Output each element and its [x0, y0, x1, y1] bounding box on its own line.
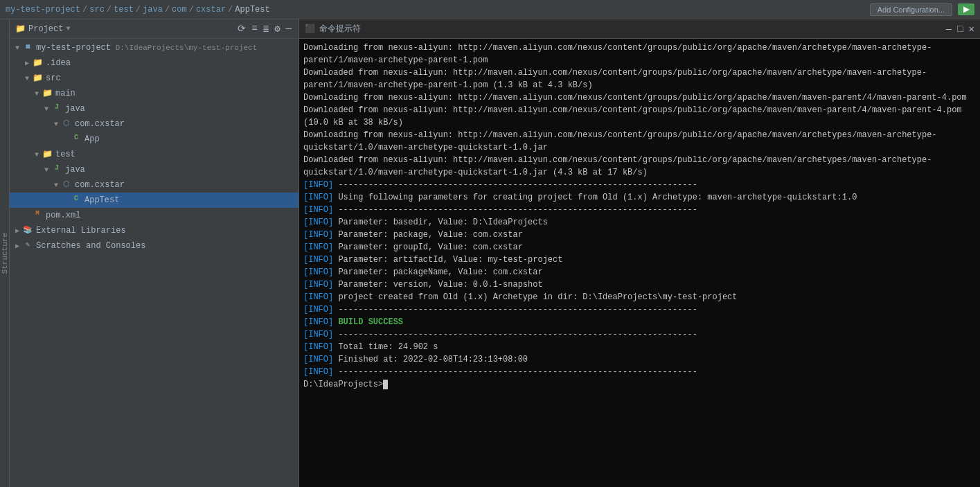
terminal-line: [INFO] Parameter: groupId, Value: com.cx…: [303, 241, 976, 254]
main-content: Structure 📁 Project ▼ ⟳ ≡ ≣ ⚙ — ▼ ■: [0, 19, 980, 487]
scratch-icon: ✎: [22, 240, 33, 251]
breadcrumb-java[interactable]: java: [143, 5, 163, 15]
folder-test-icon: 📁: [42, 149, 53, 160]
terminal-line: [INFO] Parameter: packageName, Value: co…: [303, 266, 976, 278]
terminal-line: [INFO] Parameter: artifactId, Value: my-…: [303, 254, 976, 266]
terminal-line: [INFO] ---------------------------------…: [303, 303, 976, 316]
sidebar-actions: ⟳ ≡ ≣ ⚙ —: [236, 23, 293, 35]
java-icon: J: [51, 164, 62, 175]
terminal-line: Downloading from nexus-aliyun: http://ma…: [303, 42, 976, 67]
tree-item-package-main[interactable]: ▼ ⬡ com.cxstar: [10, 116, 299, 132]
tree-item-main[interactable]: ▼ 📁 main: [10, 86, 299, 101]
structure-sidebar[interactable]: Structure: [0, 19, 10, 487]
terminal-titlebar: ⬛ 命令提示符 — □ ✕: [299, 19, 980, 39]
chevron-down-icon[interactable]: ▼: [66, 25, 70, 33]
terminal-line-build-success: [INFO] BUILD SUCCESS: [303, 316, 976, 328]
tree-item-apptest[interactable]: ▶ C AppTest: [10, 193, 299, 208]
package-icon: ⬡: [61, 118, 72, 130]
tree-item-test[interactable]: ▼ 📁 test: [10, 147, 299, 162]
tree-item-app[interactable]: ▶ C App: [10, 132, 299, 147]
terminal-line: [INFO] Parameter: package, Value: com.cx…: [303, 229, 976, 241]
sidebar-folder-icon: 📁: [15, 24, 26, 34]
folder-icon: 📁: [32, 57, 43, 69]
xml-icon: M: [32, 210, 43, 221]
info-prefix: [INFO]: [303, 367, 333, 377]
tree-item-external-libraries[interactable]: ▶ 📚 External Libraries: [10, 223, 299, 238]
info-prefix: [INFO]: [303, 193, 333, 202]
arrow-icon: ▼: [12, 44, 22, 52]
terminal-window-buttons: — □ ✕: [946, 23, 974, 35]
breadcrumb-apptest[interactable]: AppTest: [235, 5, 269, 15]
info-prefix: [INFO]: [303, 305, 333, 315]
tree-item-idea[interactable]: ▶ 📁 .idea: [10, 55, 299, 71]
info-prefix: [INFO]: [303, 180, 333, 190]
terminal-prompt: D:\IdeaProjects>: [303, 378, 976, 391]
sidebar-title: 📁 Project ▼: [15, 24, 70, 34]
tree-item-root[interactable]: ▼ ■ my-test-project D:\IdeaProjects\my-t…: [10, 40, 299, 55]
minimize-icon[interactable]: —: [285, 23, 293, 35]
terminal-line: [INFO] ---------------------------------…: [303, 179, 976, 191]
breadcrumb-project[interactable]: my-test-project: [6, 5, 80, 15]
info-prefix: [INFO]: [303, 317, 333, 327]
settings-icon[interactable]: ⚙: [273, 23, 281, 35]
sidebar-title-label: Project: [28, 24, 63, 34]
arrow-icon: ▶: [22, 59, 32, 67]
terminal-line: Downloaded from nexus-aliyun: http://mav…: [303, 67, 976, 91]
arrow-icon: ▼: [51, 121, 61, 128]
arrow-icon: ▼: [42, 166, 51, 174]
terminal-title: ⬛ 命令提示符: [305, 23, 361, 35]
project-icon: ■: [22, 42, 33, 53]
structure-tab-label[interactable]: Structure: [1, 233, 9, 274]
terminal-icon: ⬛: [305, 24, 315, 34]
terminal-line: [INFO] ---------------------------------…: [303, 366, 976, 378]
arrow-icon: ▶: [12, 227, 22, 235]
class-test-icon: C: [71, 195, 82, 206]
info-prefix: [INFO]: [303, 342, 333, 352]
tree-item-java-test[interactable]: ▼ J java: [10, 162, 299, 177]
terminal-line: Downloading from nexus-aliyun: http://ma…: [303, 91, 976, 104]
class-icon: C: [71, 134, 82, 145]
breadcrumb-cxstar[interactable]: cxstar: [196, 5, 226, 15]
top-bar-actions: Add Configuration... ▶: [870, 3, 974, 16]
tree-item-package-test[interactable]: ▼ ⬡ com.cxstar: [10, 177, 299, 193]
top-bar: my-test-project / src / test / java / co…: [0, 0, 980, 19]
breadcrumb-test[interactable]: test: [114, 5, 134, 15]
terminal-panel: ⬛ 命令提示符 — □ ✕ Downloading from nexus-ali…: [299, 19, 980, 487]
terminal-content[interactable]: Downloading from nexus-aliyun: http://ma…: [299, 39, 980, 487]
terminal-line: [INFO] Total time: 24.902 s: [303, 341, 976, 353]
info-prefix: [INFO]: [303, 242, 333, 252]
terminal-line: Downloaded from nexus-aliyun: http://mav…: [303, 154, 976, 179]
minimize-window-button[interactable]: —: [946, 24, 952, 35]
terminal-line: [INFO] ---------------------------------…: [303, 204, 976, 216]
arrow-icon: ▼: [51, 181, 61, 189]
tree-item-pom[interactable]: ▶ M pom.xml: [10, 208, 299, 223]
tree-item-src[interactable]: ▼ 📁 src: [10, 71, 299, 86]
arrow-icon: ▼: [42, 105, 51, 113]
run-button[interactable]: ▶: [958, 3, 974, 15]
terminal-line: [INFO] Parameter: version, Value: 0.0.1-…: [303, 278, 976, 291]
maximize-window-button[interactable]: □: [957, 24, 963, 35]
sync-icon[interactable]: ⟳: [236, 23, 247, 35]
collapse-icon[interactable]: ≣: [262, 23, 270, 35]
libs-icon: 📚: [22, 225, 33, 236]
close-window-button[interactable]: ✕: [969, 23, 974, 35]
info-prefix: [INFO]: [303, 218, 333, 227]
add-configuration-button[interactable]: Add Configuration...: [870, 3, 952, 16]
tree-item-scratches[interactable]: ▶ ✎ Scratches and Consoles: [10, 238, 299, 254]
folder-open-icon: 📁: [42, 88, 53, 99]
expand-icon[interactable]: ≡: [250, 23, 258, 35]
breadcrumb-com[interactable]: com: [172, 5, 187, 15]
terminal-line: [INFO] ---------------------------------…: [303, 328, 976, 341]
tree-item-java-main[interactable]: ▼ J java: [10, 101, 299, 116]
arrow-icon: ▼: [32, 90, 42, 98]
info-prefix: [INFO]: [303, 255, 333, 265]
terminal-line: [INFO] Using following parameters for cr…: [303, 191, 976, 204]
java-icon: J: [51, 103, 62, 114]
breadcrumb-src[interactable]: src: [89, 5, 105, 15]
terminal-line: Downloading from nexus-aliyun: http://ma…: [303, 129, 976, 154]
arrow-icon: ▶: [12, 242, 22, 250]
info-prefix: [INFO]: [303, 267, 333, 277]
arrow-icon: ▼: [32, 151, 42, 159]
build-success-text: BUILD SUCCESS: [333, 317, 403, 327]
terminal-line: [INFO] project created from Old (1.x) Ar…: [303, 291, 976, 303]
